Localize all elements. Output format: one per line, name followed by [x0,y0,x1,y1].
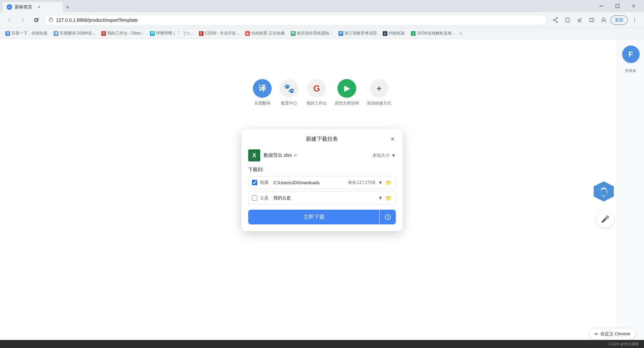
bookmark-zhejiang-label: 浙江省教育考试院 [344,30,377,36]
bookmark-bilibili-label: 哔哩哔哩 (゜-゜)つ... [156,30,193,36]
custom-chrome-label: 自定义 Chrome [600,331,630,337]
quick-link-prototype-label: 原型文档说明 [335,100,359,106]
mic-button-container: 🎤 [596,210,614,228]
download-now-button[interactable]: 立即下载 [248,210,379,224]
download-to-label: 下载到: [248,167,396,173]
share-button[interactable] [550,15,561,25]
bookmark-neichain-label: 内链框架 [389,30,405,36]
quick-link-gitee[interactable]: G 我的工作台 [307,79,327,106]
dialog-header: 新建下载任务 ✕ [241,129,402,147]
file-size-dropdown[interactable]: ▼ [391,153,396,158]
bookmark-json-icon: J [411,31,416,36]
tab-bar: N 新标签页 ✕ + [3,0,592,12]
bookmark-json[interactable]: J JSON在线解析及格... [408,29,458,38]
update-button[interactable]: 更新 [610,15,628,25]
bookmark-zhejiang[interactable]: 浙 浙江省教育考试院 [336,29,379,38]
quick-link-fanyi-label: 百度翻译 [254,100,270,106]
bookmark-csdn[interactable]: C CSDN - 专业开发... [196,29,242,38]
file-info-row: X 数据导出.xlsx ✏ 未知大小 ▼ [248,149,396,161]
quick-link-config[interactable]: 🐾 配置中心 [280,79,299,106]
bookmark-baidu-label: 百度一下，你就知道 [11,30,48,36]
tab-close-button[interactable]: ✕ [36,4,42,10]
bookmarks-bar: 百 百度一下，你就知道 译 百度翻译-200种语... G 我的工作台 - Gi… [0,28,644,39]
bookmark-gitee[interactable]: G 我的工作台 - Gitee... [99,29,147,38]
forward-button[interactable] [17,15,28,25]
quick-link-config-icon: 🐾 [280,79,299,98]
bookmark-baidu-icon: 百 [5,31,10,36]
cloud-checkbox[interactable] [252,195,257,201]
mic-button[interactable]: 🎤 [596,210,614,228]
security-icon [49,17,53,23]
dialog-close-button[interactable]: ✕ [388,134,397,144]
pc-path-dropdown[interactable]: ▼ [378,180,383,185]
quick-link-fanyi[interactable]: 译 百度翻译 [253,79,272,106]
svg-rect-4 [49,19,53,21]
nav-bar: 127.0.0.1:8888/product/exportTemplate 更新 [0,12,644,28]
cloud-folder-button[interactable]: 📁 [385,195,392,201]
pencil-icon: ✏ [595,332,598,337]
bookmark-csdn-label: CSDN - 专业开发... [205,30,239,36]
refresh-button[interactable] [31,15,42,25]
file-type-icon: X [248,149,260,161]
tab-favicon: N [7,4,12,10]
bookmark-neichain[interactable]: A 内链框架 [380,29,408,38]
quick-link-add[interactable]: + 添加快捷方式 [367,79,391,106]
quick-link-add-icon: + [370,79,388,98]
bookmark-yiliao[interactable]: 病 病历质控系统逻辑... [288,29,335,38]
bookmark-fanyi-label: 百度翻译-200种语... [60,30,95,36]
bookmarks-more[interactable]: » [460,31,462,36]
sidebar-toggle-button[interactable] [586,15,597,25]
cloud-path-dropdown[interactable]: ▼ [378,195,383,201]
quick-link-gitee-icon: G [307,79,326,98]
dialog-title: 新建下载任务 [306,136,338,143]
bookmark-button[interactable] [562,15,573,25]
bookmark-fanyi[interactable]: 译 百度翻译-200种语... [51,29,98,38]
bookmark-zhejiang-icon: 浙 [338,31,343,36]
new-tab-button[interactable]: + [63,3,72,12]
pc-checkbox[interactable] [252,180,257,185]
pc-folder-button[interactable]: 📁 [385,180,392,186]
url-text: 127.0.0.1:8888/product/exportTemplate [56,17,543,23]
side-panel: F 护登录 [617,39,644,348]
maximize-button[interactable] [610,1,625,11]
pc-location-row: 电脑 C:\Users\JD\Downloads 剩余:117.27GB ▼ 📁 [248,176,396,189]
schedule-download-button[interactable] [380,210,396,224]
extensions-button[interactable] [574,15,585,25]
pc-path: C:\Users\JD\Downloads [273,180,345,185]
tab-title: 新标签页 [15,4,32,10]
quick-link-config-label: 配置中心 [281,100,297,106]
cloud-path: 我的云盘 [273,195,375,201]
file-size-text: 未知大小 [372,152,390,158]
close-button[interactable]: ✕ [626,1,641,11]
profile-button[interactable] [598,15,609,25]
file-name-edit-icon[interactable]: ✏ [294,153,297,158]
address-bar[interactable]: 127.0.0.1:8888/product/exportTemplate [44,15,547,25]
quick-link-gitee-label: 我的工作台 [307,100,327,106]
download-dialog: 新建下载任务 ✕ X 数据导出.xlsx ✏ 未知大小 [241,129,402,231]
svg-text:N: N [8,6,10,8]
side-panel-app-icon[interactable]: F [622,46,640,63]
bookmark-yiliao-label: 病历质控系统逻辑... [297,30,332,36]
svg-point-13 [634,21,635,22]
quick-link-add-label: 添加快捷方式 [367,100,391,106]
bookmark-csdn-icon: C [199,31,204,36]
bookmark-baidu[interactable]: 百 百度一下，你就知道 [3,29,50,38]
svg-point-11 [634,18,635,19]
bookmark-toutiao[interactable]: ▶ 你的热爱 正在热播 [243,29,287,38]
active-tab[interactable]: N 新标签页 ✕ [3,2,63,12]
menu-button[interactable] [629,15,640,25]
quick-link-prototype[interactable]: ▶ 原型文档说明 [335,79,359,106]
file-size-section: 未知大小 ▼ [372,152,396,158]
minimize-button[interactable] [594,1,609,11]
bird-logo [594,182,614,202]
bookmark-gitee-icon: G [101,31,106,36]
bookmark-yiliao-icon: 病 [291,31,296,36]
bookmark-bilibili[interactable]: 哔 哔哩哔哩 (゜-゜)つ... [147,29,195,38]
file-name-text: 数据导出.xlsx [264,152,292,158]
bookmark-fanyi-icon: 译 [54,31,58,36]
svg-point-6 [556,21,558,23]
download-btn-row: 立即下载 [248,210,396,224]
back-button[interactable] [4,15,15,25]
pc-remaining: 剩余:117.27GB [348,180,375,186]
custom-chrome-button[interactable]: ✏ 自定义 Chrome [589,328,636,340]
